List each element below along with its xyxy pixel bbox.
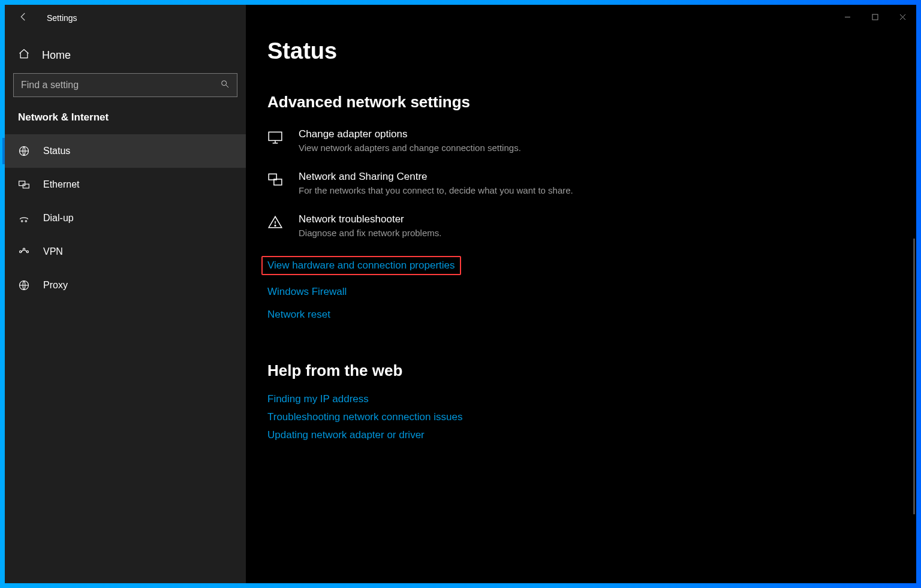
search-icon [220, 79, 230, 91]
sidebar-item-proxy[interactable]: Proxy [5, 269, 246, 302]
home-label: Home [42, 49, 71, 62]
monitor-icon [267, 128, 285, 147]
help-link-ip-address[interactable]: Finding my IP address [267, 393, 369, 405]
sidebar-category: Network & Internet [5, 111, 246, 134]
warning-icon [267, 213, 285, 233]
back-icon[interactable] [18, 11, 29, 25]
svg-point-6 [20, 251, 22, 252]
svg-point-14 [275, 225, 276, 227]
scrollbar[interactable] [913, 239, 915, 514]
sidebar-item-label: Dial-up [43, 213, 74, 224]
sidebar-item-status[interactable]: Status [5, 134, 246, 168]
svg-rect-3 [23, 184, 29, 188]
ethernet-icon [18, 179, 30, 191]
search-input[interactable] [21, 80, 220, 91]
settings-window: Settings Home Network & Internet [5, 5, 916, 583]
section-title-advanced: Advanced network settings [267, 93, 916, 111]
search-input-container[interactable] [13, 73, 237, 97]
adv-item-title: Change adapter options [299, 128, 521, 140]
window-controls [246, 5, 916, 29]
link-network-reset[interactable]: Network reset [267, 309, 330, 321]
link-hardware-properties[interactable]: View hardware and connection properties [261, 256, 461, 275]
svg-rect-11 [269, 132, 282, 140]
svg-point-0 [222, 81, 227, 86]
maximize-button[interactable] [861, 7, 889, 26]
sidebar-item-label: Status [43, 146, 70, 156]
dialup-icon [18, 212, 30, 224]
section-title-help: Help from the web [267, 361, 916, 380]
close-button[interactable] [889, 7, 916, 26]
sidebar-home[interactable]: Home [5, 31, 246, 73]
adv-item-title: Network troubleshooter [299, 213, 441, 225]
help-link-update-driver[interactable]: Updating network adapter or driver [267, 429, 425, 441]
globe-icon [18, 145, 30, 157]
svg-point-4 [21, 221, 23, 222]
adv-item-desc: Diagnose and fix network problems. [299, 228, 441, 238]
sidebar-item-label: VPN [43, 246, 63, 257]
adv-item-sharing-centre[interactable]: Network and Sharing Centre For the netwo… [267, 171, 916, 195]
page-title: Status [267, 38, 916, 64]
adv-item-troubleshooter[interactable]: Network troubleshooter Diagnose and fix … [267, 213, 916, 238]
vpn-icon [18, 246, 30, 258]
adv-item-desc: For the networks that you connect to, de… [299, 185, 573, 195]
sidebar-item-vpn[interactable]: VPN [5, 235, 246, 269]
sidebar-nav: Status Ethernet Dial-up [5, 134, 246, 302]
app-title: Settings [47, 13, 77, 23]
sidebar-item-label: Proxy [43, 280, 68, 291]
adv-item-desc: View network adapters and change connect… [299, 143, 521, 153]
help-link-troubleshoot[interactable]: Troubleshooting network connection issue… [267, 411, 462, 423]
sidebar-item-label: Ethernet [43, 179, 79, 190]
svg-rect-10 [872, 14, 878, 20]
sharing-icon [267, 171, 285, 190]
svg-rect-2 [19, 181, 25, 186]
sidebar: Settings Home Network & Internet [5, 5, 246, 583]
adv-item-title: Network and Sharing Centre [299, 171, 573, 183]
globe-icon [18, 279, 30, 291]
sidebar-item-ethernet[interactable]: Ethernet [5, 168, 246, 201]
svg-point-5 [25, 221, 27, 222]
adv-item-change-adapter[interactable]: Change adapter options View network adap… [267, 128, 916, 153]
home-icon [18, 48, 30, 62]
link-windows-firewall[interactable]: Windows Firewall [267, 286, 347, 298]
main-content: Status Advanced network settings Change … [246, 5, 916, 583]
sidebar-item-dialup[interactable]: Dial-up [5, 201, 246, 235]
minimize-button[interactable] [833, 7, 861, 26]
